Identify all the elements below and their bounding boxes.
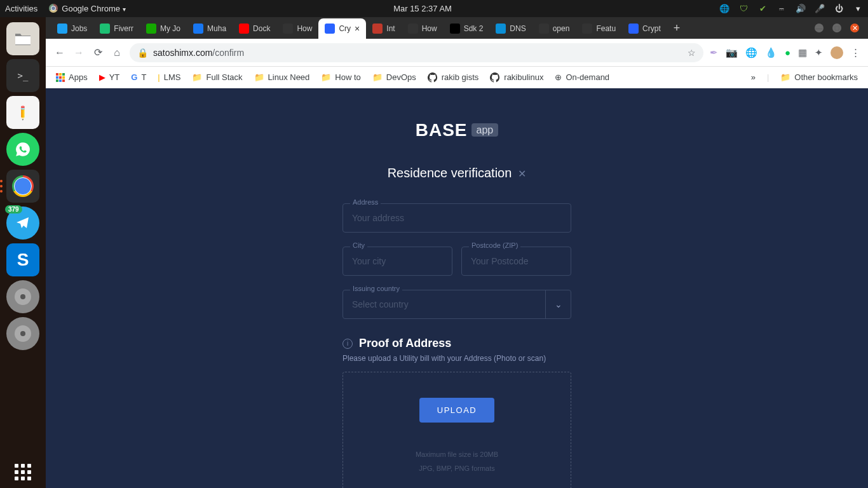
dock-terminal-icon[interactable]: >_ — [6, 59, 39, 92]
tray-icon[interactable]: ✔ — [757, 4, 768, 14]
extensions-icon[interactable]: ✦ — [815, 47, 823, 58]
browser-tab[interactable]: Featu — [576, 18, 622, 39]
dock-files-icon[interactable] — [6, 22, 39, 55]
browser-tab[interactable]: Crypt — [622, 18, 667, 39]
tab-label: Muha — [207, 24, 226, 33]
ext-icon[interactable]: 💧 — [765, 47, 777, 58]
volume-icon[interactable]: 🔊 — [796, 4, 806, 14]
bookmark-folder[interactable]: 📁DevOps — [372, 72, 416, 82]
ext-icon[interactable]: 🌐 — [745, 47, 757, 58]
browser-addressbar: ← → ⟳ ⌂ 🔒 satoshimx.com/confirm ☆ ✒ 📷 🌐 … — [46, 39, 868, 67]
info-icon[interactable]: i — [342, 339, 353, 349]
dock-skype-icon[interactable]: S — [6, 243, 39, 276]
browser-tab[interactable]: Dock — [233, 18, 276, 39]
close-icon[interactable]: ✕ — [518, 168, 526, 179]
bookmark-folder[interactable]: 📁Linux Need — [254, 72, 310, 82]
apps-shortcut[interactable]: Apps — [56, 72, 88, 82]
bookmark-folder[interactable]: 📁Full Stack — [192, 72, 242, 82]
activities-button[interactable]: Activities — [5, 4, 37, 13]
tab-favicon — [239, 24, 249, 34]
lock-icon: 🔒 — [137, 48, 148, 58]
city-input[interactable] — [342, 247, 452, 276]
window-maximize-icon[interactable]: □ — [832, 24, 841, 32]
mic-icon[interactable]: 🎤 — [815, 4, 825, 14]
dock-disk-icon[interactable] — [6, 317, 39, 350]
url-input[interactable]: 🔒 satoshimx.com/confirm ☆ — [130, 43, 703, 62]
page-title: Residence verification✕ — [279, 166, 635, 180]
tab-label: Crypt — [642, 24, 661, 33]
ext-icon[interactable]: ▦ — [798, 47, 807, 58]
browser-tab[interactable]: Sdk 2 — [444, 18, 490, 39]
tab-favicon — [539, 24, 549, 34]
tab-favicon — [372, 24, 383, 34]
browser-tab[interactable]: How — [402, 18, 444, 39]
postcode-label: Postcode (ZIP) — [469, 241, 520, 249]
browser-tab[interactable]: My Jo — [140, 18, 187, 39]
browser-tab[interactable]: Muha — [187, 18, 233, 39]
network-icon[interactable]: ⎓ — [776, 4, 787, 14]
current-app-menu[interactable]: Google Chrome — [49, 4, 126, 13]
bookmark-folder[interactable]: 📁How to — [321, 72, 360, 82]
tab-favicon — [628, 24, 639, 34]
upload-button[interactable]: UPLOAD — [419, 398, 494, 423]
tab-favicon — [450, 24, 460, 34]
tab-label: Featu — [596, 24, 616, 33]
dropdown-icon[interactable]: ▾ — [853, 4, 863, 14]
nav-home-icon[interactable]: ⌂ — [111, 47, 123, 58]
tab-label: How — [422, 24, 437, 33]
bookmark-item[interactable]: rakib gists — [428, 72, 479, 83]
dock-apps-grid-icon[interactable] — [15, 464, 31, 480]
profile-avatar[interactable] — [831, 46, 843, 59]
tab-label: Dock — [253, 24, 270, 33]
browser-menu-icon[interactable]: ⋮ — [851, 47, 860, 58]
bookmark-item[interactable]: GT — [131, 72, 146, 82]
tab-label: My Jo — [160, 24, 180, 33]
browser-tab[interactable]: Int — [366, 18, 401, 39]
dock-whatsapp-icon[interactable] — [6, 133, 39, 166]
postcode-input[interactable] — [461, 247, 571, 276]
country-label: Issuing country — [350, 285, 402, 292]
nav-reload-icon[interactable]: ⟳ — [92, 46, 104, 58]
tab-label: Sdk 2 — [464, 24, 484, 33]
bookmark-item[interactable]: rakibulinux — [490, 72, 543, 83]
other-bookmarks-folder[interactable]: 📁Other bookmarks — [780, 72, 858, 82]
dock-telegram-icon[interactable]: 379 — [6, 207, 39, 240]
browser-tab[interactable]: open — [532, 18, 576, 39]
browser-tab[interactable]: DNS — [489, 18, 532, 39]
browser-tab[interactable]: Cry× — [318, 18, 366, 39]
tray-icon[interactable]: 🛡 — [738, 4, 749, 14]
browser-tab[interactable]: How — [276, 18, 318, 39]
system-clock[interactable]: Mar 15 2:37 AM — [126, 4, 719, 13]
ext-icon[interactable]: ● — [785, 47, 790, 58]
bookmark-item[interactable]: |LMS — [158, 72, 180, 82]
nav-back-icon[interactable]: ← — [53, 47, 66, 58]
tab-close-icon[interactable]: × — [355, 24, 360, 34]
browser-window: JobsFiverrMy JoMuhaDockHowCry×IntHowSdk … — [46, 17, 868, 488]
nav-forward-icon: → — [72, 47, 85, 58]
window-close-icon[interactable]: ✕ — [850, 24, 859, 32]
power-icon[interactable]: ⏻ — [834, 4, 844, 14]
ubuntu-dock: >_ ✏️ 379 S — [0, 17, 46, 488]
upload-dropzone[interactable]: UPLOAD Maximum file size is 20MB JPG, BM… — [342, 372, 571, 488]
dock-texteditor-icon[interactable]: ✏️ — [6, 96, 39, 129]
new-tab-button[interactable]: + — [667, 18, 687, 39]
upload-hint: Maximum file size is 20MB — [356, 451, 558, 458]
browser-tab[interactable]: Jobs — [51, 18, 93, 39]
dock-chrome-icon[interactable] — [6, 170, 39, 203]
browser-tab[interactable]: Fiverr — [93, 18, 140, 39]
tray-icon[interactable]: 🌐 — [719, 4, 729, 14]
address-label: Address — [350, 198, 381, 206]
bookmark-item[interactable]: ⊕On-demand — [555, 72, 609, 82]
svg-point-1 — [20, 294, 25, 299]
address-input[interactable] — [342, 203, 571, 233]
ext-icon[interactable]: 📷 — [726, 47, 738, 58]
tab-favicon — [496, 24, 506, 34]
star-icon[interactable]: ☆ — [688, 48, 696, 58]
bookmark-item[interactable]: ▶YT — [99, 72, 120, 82]
country-select[interactable]: Select country ⌄ — [342, 290, 571, 319]
window-minimize-icon[interactable]: — — [815, 24, 824, 32]
dock-disk-icon[interactable] — [6, 280, 39, 313]
tab-favicon — [57, 24, 67, 34]
bookmark-overflow-icon[interactable]: » — [751, 72, 756, 82]
ext-icon[interactable]: ✒ — [710, 47, 718, 58]
